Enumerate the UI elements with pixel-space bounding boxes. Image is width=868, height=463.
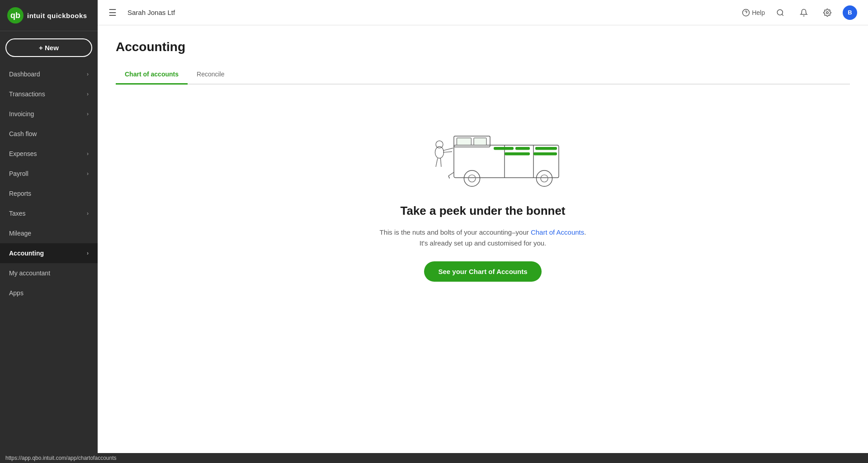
empty-state-heading: Take a peek under the bonnet bbox=[400, 204, 565, 218]
desc-text-after: It's already set up and customised for y… bbox=[420, 239, 547, 247]
svg-rect-15 bbox=[457, 138, 471, 145]
page-title: Accounting bbox=[116, 40, 850, 54]
empty-state: Take a peek under the bonnet This is the… bbox=[116, 85, 850, 300]
sidebar-item-dashboard[interactable]: Dashboard› bbox=[0, 64, 98, 84]
sidebar-item-label-mileage: Mileage bbox=[9, 230, 31, 237]
svg-point-8 bbox=[436, 141, 443, 148]
see-chart-button[interactable]: See your Chart of Accounts bbox=[424, 261, 542, 282]
main-content: ☰ Sarah Jonas Ltf Help bbox=[98, 0, 868, 463]
page-content: Accounting Chart of accountsReconcile bbox=[98, 25, 868, 463]
chevron-icon-transactions: › bbox=[87, 91, 89, 97]
tab-chart-of-accounts[interactable]: Chart of accounts bbox=[116, 65, 188, 85]
svg-point-19 bbox=[464, 170, 480, 186]
sidebar-item-label-transactions: Transactions bbox=[9, 90, 45, 98]
desc-text-before: This is the nuts and bolts of your accou… bbox=[380, 228, 531, 236]
svg-point-21 bbox=[536, 170, 552, 186]
search-icon bbox=[776, 9, 784, 17]
sidebar-item-apps[interactable]: Apps bbox=[0, 283, 98, 303]
bell-icon bbox=[800, 9, 808, 17]
svg-point-7 bbox=[435, 146, 443, 158]
empty-state-description: This is the nuts and bolts of your accou… bbox=[380, 227, 586, 249]
sidebar-item-label-expenses: Expenses bbox=[9, 150, 37, 157]
sidebar: qb intuit quickbooks + New Dashboard›Tra… bbox=[0, 0, 98, 463]
svg-rect-13 bbox=[454, 145, 559, 178]
svg-line-11 bbox=[436, 158, 438, 167]
sidebar-item-payroll[interactable]: Payroll› bbox=[0, 164, 98, 184]
chart-of-accounts-link[interactable]: Chart of Accounts bbox=[531, 228, 584, 236]
svg-line-23 bbox=[448, 172, 454, 176]
statusbar-url: https://app.qbo.intuit.com/app/chartofac… bbox=[5, 455, 116, 461]
svg-rect-25 bbox=[494, 147, 514, 150]
svg-rect-28 bbox=[505, 152, 530, 155]
help-icon bbox=[742, 9, 750, 17]
svg-point-4 bbox=[777, 9, 783, 15]
sidebar-item-label-payroll: Payroll bbox=[9, 170, 28, 177]
sidebar-header: qb intuit quickbooks bbox=[0, 0, 98, 31]
chevron-icon-dashboard: › bbox=[87, 71, 89, 77]
svg-line-5 bbox=[782, 14, 783, 15]
sidebar-item-label-reports: Reports bbox=[9, 190, 31, 197]
chevron-icon-accounting: › bbox=[87, 250, 89, 256]
sidebar-item-label-apps: Apps bbox=[9, 289, 24, 297]
sidebar-item-taxes[interactable]: Taxes› bbox=[0, 203, 98, 223]
sidebar-item-label-invoicing: Invoicing bbox=[9, 110, 34, 118]
topbar-company-name: Sarah Jonas Ltf bbox=[127, 9, 735, 16]
tab-reconcile[interactable]: Reconcile bbox=[188, 65, 233, 85]
sidebar-item-transactions[interactable]: Transactions› bbox=[0, 84, 98, 104]
sidebar-item-label-accounting: Accounting bbox=[9, 250, 44, 257]
tabs-bar: Chart of accountsReconcile bbox=[116, 65, 850, 85]
svg-point-20 bbox=[468, 175, 476, 182]
chevron-icon-taxes: › bbox=[87, 210, 89, 217]
svg-point-6 bbox=[826, 11, 829, 14]
topbar: ☰ Sarah Jonas Ltf Help bbox=[98, 0, 868, 25]
statusbar: https://app.qbo.intuit.com/app/chartofac… bbox=[0, 453, 868, 463]
chevron-icon-payroll: › bbox=[87, 170, 89, 177]
svg-rect-29 bbox=[533, 152, 557, 155]
gear-icon bbox=[823, 9, 831, 17]
svg-rect-26 bbox=[515, 147, 530, 150]
hamburger-menu[interactable]: ☰ bbox=[108, 7, 117, 18]
svg-point-22 bbox=[541, 175, 548, 182]
sidebar-item-label-cash-flow: Cash flow bbox=[9, 130, 37, 137]
sidebar-item-my-accountant[interactable]: My accountant bbox=[0, 263, 98, 283]
help-button[interactable]: Help bbox=[742, 9, 765, 17]
user-avatar[interactable]: B bbox=[843, 5, 857, 20]
desc-period: . bbox=[584, 228, 586, 236]
sidebar-item-accounting[interactable]: Accounting› bbox=[0, 243, 98, 263]
settings-button[interactable] bbox=[819, 5, 835, 21]
notifications-button[interactable] bbox=[796, 5, 812, 21]
svg-line-24 bbox=[448, 176, 449, 179]
sidebar-item-label-my-accountant: My accountant bbox=[9, 269, 50, 277]
chevron-icon-expenses: › bbox=[87, 151, 89, 157]
svg-line-10 bbox=[443, 151, 452, 152]
sidebar-item-invoicing[interactable]: Invoicing› bbox=[0, 104, 98, 124]
svg-text:qb: qb bbox=[10, 11, 20, 20]
sidebar-item-mileage[interactable]: Mileage bbox=[0, 223, 98, 243]
svg-rect-27 bbox=[535, 147, 557, 150]
svg-rect-16 bbox=[474, 138, 486, 145]
svg-line-9 bbox=[443, 148, 453, 151]
svg-line-12 bbox=[440, 158, 441, 167]
quickbooks-logo: qb bbox=[7, 7, 24, 24]
chevron-icon-invoicing: › bbox=[87, 111, 89, 117]
nav-list: Dashboard›Transactions›Invoicing›Cash fl… bbox=[0, 64, 98, 303]
new-button[interactable]: + New bbox=[5, 38, 92, 57]
sidebar-item-cash-flow[interactable]: Cash flow bbox=[0, 124, 98, 144]
brand-name: intuit quickbooks bbox=[27, 12, 87, 19]
sidebar-item-expenses[interactable]: Expenses› bbox=[0, 144, 98, 164]
truck-illustration bbox=[392, 112, 573, 193]
help-label: Help bbox=[752, 9, 765, 16]
sidebar-item-label-taxes: Taxes bbox=[9, 210, 26, 217]
sidebar-item-label-dashboard: Dashboard bbox=[9, 71, 40, 78]
sidebar-item-reports[interactable]: Reports bbox=[0, 184, 98, 203]
search-button[interactable] bbox=[772, 5, 788, 21]
